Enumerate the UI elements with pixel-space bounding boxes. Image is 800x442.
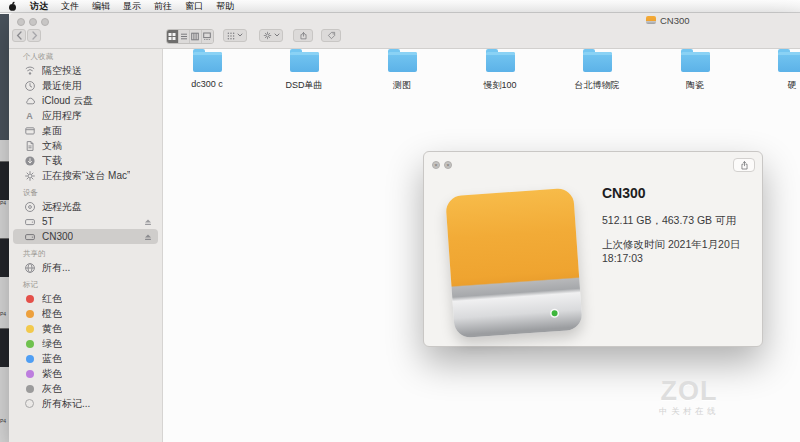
column-view-button[interactable]	[190, 30, 202, 43]
drive-mini-icon	[646, 16, 656, 24]
minimize-button[interactable]	[29, 18, 37, 26]
view-switcher	[166, 29, 214, 44]
optical-disc-icon	[23, 201, 36, 213]
sidebar-item-searching-this-mac[interactable]: 正在搜索“这台 Mac”	[9, 168, 162, 183]
chevron-down-icon	[237, 33, 243, 38]
sidebar-header-shared: 共享的	[9, 248, 162, 260]
menu-item-help[interactable]: 帮助	[216, 0, 234, 13]
tag-dot-red-icon	[26, 295, 34, 303]
sidebar-item-cn300[interactable]: CN300	[13, 229, 158, 244]
traffic-lights	[17, 18, 49, 26]
info-share-button[interactable]	[733, 158, 755, 172]
tag-icon	[327, 31, 336, 40]
tag-dot-blue-icon	[26, 355, 34, 363]
screen: 访达 文件 编辑 显示 前往 窗口 帮助 P4 P4 P4 CN300	[0, 0, 800, 442]
tags-button[interactable]	[321, 29, 341, 42]
action-menu-button[interactable]	[259, 29, 283, 42]
desktop-file-thumbnail	[0, 238, 9, 277]
apple-menu-icon[interactable]	[8, 1, 17, 12]
menu-bar: 访达 文件 编辑 显示 前往 窗口 帮助	[0, 0, 800, 13]
gear-icon	[263, 31, 272, 40]
eject-button[interactable]	[143, 217, 153, 227]
sidebar-item-tag-purple[interactable]: 紫色	[9, 366, 162, 381]
external-drive-icon	[23, 216, 36, 228]
folder-icon	[681, 52, 710, 72]
window-titlebar: CN300	[9, 13, 800, 49]
folder-icon	[583, 52, 612, 72]
desktop-icon	[23, 125, 36, 137]
menu-item-edit[interactable]: 编辑	[92, 0, 110, 13]
window-title: CN300	[646, 14, 690, 26]
airdrop-icon	[23, 65, 36, 77]
gallery-view-icon	[203, 32, 211, 41]
sidebar-item-icloud[interactable]: iCloud 云盘	[9, 93, 162, 108]
folder-icon	[388, 52, 417, 72]
sidebar-item-downloads[interactable]: 下载	[9, 153, 162, 168]
folder-item[interactable]: 陶瓷	[653, 52, 737, 92]
back-button[interactable]	[12, 29, 26, 42]
group-by-button[interactable]	[223, 29, 247, 42]
info-zoom-button[interactable]: ×	[444, 161, 452, 169]
chevron-right-icon	[31, 31, 38, 40]
all-tags-ring-icon	[25, 399, 34, 408]
eject-button[interactable]	[143, 232, 153, 242]
tag-dot-orange-icon	[26, 310, 34, 318]
external-drive-icon	[23, 231, 36, 243]
column-view-icon	[191, 32, 199, 41]
sidebar-item-tag-orange[interactable]: 橙色	[9, 306, 162, 321]
folder-icon	[778, 52, 800, 72]
sidebar-header-favorites: 个人收藏	[9, 51, 162, 63]
sidebar-item-tag-yellow[interactable]: 黄色	[9, 321, 162, 336]
desktop-wallpaper-fragment	[0, 14, 9, 140]
folder-item[interactable]: 测图	[360, 52, 444, 92]
sidebar-item-desktop[interactable]: 桌面	[9, 123, 162, 138]
desktop-file-thumbnail	[0, 161, 9, 200]
sidebar-item-all-tags[interactable]: 所有标记...	[9, 396, 162, 411]
sidebar-item-airdrop[interactable]: 隔空投送	[9, 63, 162, 78]
sidebar-item-tag-red[interactable]: 红色	[9, 291, 162, 306]
folder-item[interactable]: 慢刻100	[458, 52, 542, 92]
sidebar-item-tag-green[interactable]: 绿色	[9, 336, 162, 351]
sidebar-item-tag-blue[interactable]: 蓝色	[9, 351, 162, 366]
close-button[interactable]	[17, 18, 25, 26]
desktop-file-label: P4	[0, 311, 9, 317]
recents-clock-icon	[23, 80, 36, 92]
tag-dot-yellow-icon	[26, 325, 34, 333]
sidebar-item-all-shared[interactable]: 所有...	[9, 260, 162, 275]
folder-item[interactable]: DSD单曲	[262, 52, 346, 92]
folder-item[interactable]: dc300 c	[165, 52, 249, 89]
window-title-text: CN300	[660, 15, 690, 26]
sidebar-item-tag-gray[interactable]: 灰色	[9, 381, 162, 396]
sidebar-header-tags: 标记	[9, 279, 162, 291]
sidebar-item-recents[interactable]: 最近使用	[9, 78, 162, 93]
zoom-button[interactable]	[41, 18, 49, 26]
zol-watermark: ZOL 中关村在线	[646, 378, 732, 416]
sidebar-item-documents[interactable]: 文稿	[9, 138, 162, 153]
menu-item-window[interactable]: 窗口	[185, 0, 203, 13]
sidebar-header-devices: 设备	[9, 187, 162, 199]
menu-item-view[interactable]: 显示	[123, 0, 141, 13]
folder-item[interactable]: 硬	[750, 52, 800, 92]
disk-info-window: × × CN300 512.11 GB，463.73 GB 可用 上次修改时间 …	[423, 151, 763, 347]
menu-item-file[interactable]: 文件	[61, 0, 79, 13]
gallery-view-button[interactable]	[202, 30, 214, 43]
grid-view-icon	[168, 32, 176, 41]
share-button[interactable]	[293, 29, 313, 42]
menu-item-go[interactable]: 前往	[154, 0, 172, 13]
menu-item-finder[interactable]: 访达	[30, 0, 48, 13]
list-view-button[interactable]	[179, 30, 191, 43]
folder-icon	[193, 52, 222, 72]
sidebar-item-remote-disc[interactable]: 远程光盘	[9, 199, 162, 214]
info-close-button[interactable]: ×	[432, 161, 440, 169]
forward-button[interactable]	[27, 29, 41, 42]
icon-view-button[interactable]	[167, 30, 179, 43]
chevron-left-icon	[16, 31, 23, 40]
desktop-file-thumbnail	[0, 328, 9, 367]
documents-icon	[23, 140, 36, 152]
folder-item[interactable]: 台北博物院	[555, 52, 639, 92]
folder-icon	[486, 52, 515, 72]
sidebar-item-applications[interactable]: A 应用程序	[9, 108, 162, 123]
sidebar-item-5t[interactable]: 5T	[9, 214, 162, 229]
tag-dot-purple-icon	[26, 370, 34, 378]
watermark-caption: 中关村在线	[646, 407, 732, 416]
